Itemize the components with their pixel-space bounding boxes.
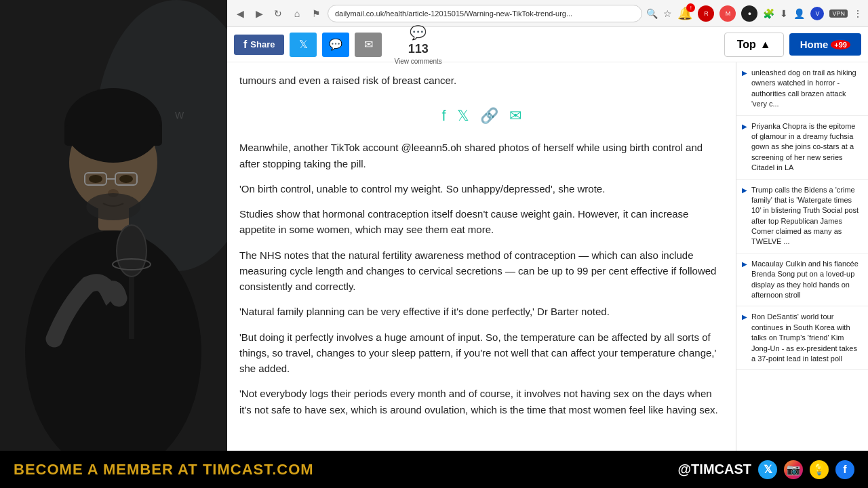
- address-bar[interactable]: dailymail.co.uk/health/article-12015015/…: [328, 5, 642, 22]
- email-icon: ✉: [364, 38, 373, 51]
- back-button[interactable]: ◀: [233, 6, 248, 21]
- article-link-icon[interactable]: 🔗: [480, 104, 498, 127]
- toolbar-extensions: 🔍 ☆ 🔔 ! R M ● 🧩 ⬇ 👤 V VPN ⋮: [646, 5, 863, 22]
- arrow-icon-4: ▶: [742, 313, 747, 321]
- article-blurb: tumours and even a raised risk of breast…: [239, 73, 724, 88]
- facebook-icon: f: [243, 39, 247, 51]
- facebook-icon-bottom: f: [843, 464, 846, 476]
- sidebar-story-text-1: Priyanka Chopra is the epitome of glamou…: [751, 121, 863, 174]
- facebook-share-button[interactable]: f Share: [234, 35, 284, 55]
- puzzle-icon[interactable]: 🧩: [763, 8, 774, 19]
- bottom-bar: BECOME A MEMBER AT TIMCAST.COM @TIMCAST …: [0, 451, 868, 488]
- article-paragraph3: Studies show that hormonal contraception…: [239, 206, 724, 238]
- bookmark-button[interactable]: ⚑: [309, 6, 323, 21]
- refresh-button[interactable]: ↻: [271, 6, 285, 21]
- facebook-social-icon[interactable]: f: [835, 460, 854, 479]
- sidebar-story-4[interactable]: ▶ Ron DeSantis' world tour continues in …: [736, 306, 868, 370]
- home-label: Home: [800, 39, 829, 50]
- sidebar-story-0[interactable]: ▶ unleashed dog on trail as hiking owner…: [736, 62, 868, 116]
- messenger-share-button[interactable]: 💬: [322, 33, 349, 57]
- ext-icon-3[interactable]: ●: [741, 5, 757, 22]
- article-paragraph4: The NHS notes that the natural fertility…: [239, 247, 724, 295]
- sidebar-story-text-3: Macaulay Culkin and his fiancée Brenda S…: [751, 259, 863, 301]
- vpn-badge: VPN: [829, 9, 848, 18]
- notif-icon-1[interactable]: 🔔 !: [677, 6, 692, 21]
- share-bar: f Share 𝕏 💬 ✉ 💬 113 View comments Top ▲ …: [227, 27, 868, 62]
- svg-point-13: [86, 193, 140, 220]
- home-notif-badge: +99: [831, 40, 850, 49]
- sidebar-story-text-0: unleashed dog on trail as hiking owners …: [751, 68, 863, 110]
- svg-point-11: [119, 175, 133, 183]
- twitter-social-icon[interactable]: 𝕏: [758, 460, 777, 479]
- messenger-icon: 💬: [329, 38, 342, 51]
- arrow-icon-3: ▶: [742, 260, 747, 268]
- timcast-url[interactable]: TIMCAST.COM: [203, 461, 314, 478]
- ext-icon-1[interactable]: R: [698, 5, 714, 22]
- article-paragraph2: 'On birth control, unable to control my …: [239, 181, 724, 197]
- instagram-social-icon[interactable]: 📷: [784, 460, 803, 479]
- comment-bubble-icon: 💬: [410, 24, 427, 41]
- timcast-handle: @TIMCAST: [678, 462, 751, 477]
- notif-badge-1: !: [686, 3, 695, 12]
- ext-icon-2[interactable]: M: [719, 5, 736, 22]
- home-article-button[interactable]: Home +99: [789, 33, 861, 56]
- user-icon[interactable]: 👤: [793, 8, 805, 19]
- article-email-icon[interactable]: ✉: [509, 104, 521, 127]
- email-share-button[interactable]: ✉: [355, 33, 382, 57]
- twitter-icon-bottom: 𝕏: [764, 463, 772, 476]
- top-button[interactable]: Top ▲: [724, 33, 784, 57]
- article-tw-icon[interactable]: 𝕏: [457, 104, 469, 127]
- svg-rect-6: [64, 125, 162, 146]
- lightbulb-icon-bottom: 💡: [812, 463, 826, 476]
- arrow-icon-2: ▶: [742, 186, 747, 194]
- instagram-icon-bottom: 📷: [787, 463, 800, 476]
- star-icon[interactable]: ☆: [663, 8, 672, 19]
- article-paragraph5: 'Natural family planning can be very eff…: [239, 304, 724, 319]
- twitter-icon: 𝕏: [299, 38, 308, 51]
- ext-icon-4[interactable]: V: [810, 7, 824, 20]
- browser-toolbar: ◀ ▶ ↻ ⌂ ⚑ dailymail.co.uk/health/article…: [227, 0, 868, 27]
- browser-panel: ◀ ▶ ↻ ⌂ ⚑ dailymail.co.uk/health/article…: [227, 0, 868, 451]
- download-icon[interactable]: ⬇: [780, 8, 788, 19]
- home-nav-button[interactable]: ⌂: [290, 6, 304, 21]
- article-fb-icon[interactable]: f: [441, 104, 446, 127]
- forward-button[interactable]: ▶: [252, 6, 267, 21]
- webcam-background: W: [0, 0, 227, 451]
- lightbulb-social-icon[interactable]: 💡: [810, 460, 829, 479]
- article-paragraph7: 'Not everybody logs their periods every …: [239, 386, 724, 418]
- url-text: dailymail.co.uk/health/article-12015015/…: [335, 9, 572, 18]
- arrow-icon-1: ▶: [742, 123, 747, 130]
- webcam-panel: W: [0, 0, 227, 451]
- article-text-area[interactable]: tumours and even a raised risk of breast…: [227, 62, 736, 451]
- article-paragraph6: 'But doing it perfectly involves a huge …: [239, 329, 724, 377]
- comment-count: 113: [408, 42, 429, 56]
- bottom-right-social: @TIMCAST 𝕏 📷 💡 f: [678, 460, 854, 479]
- sidebar-stories: ▶ unleashed dog on trail as hiking owner…: [736, 62, 868, 451]
- search-icon[interactable]: 🔍: [646, 8, 658, 19]
- svg-point-10: [89, 175, 102, 183]
- sidebar-story-text-2: Trump calls the Bidens a 'crime family' …: [751, 185, 863, 247]
- sidebar-story-3[interactable]: ▶ Macaulay Culkin and his fiancée Brenda…: [736, 253, 868, 307]
- article-paragraph1: Meanwhile, another TikTok account @leean…: [239, 140, 724, 171]
- become-member-text: BECOME A MEMBER AT: [14, 461, 203, 478]
- svg-text:W: W: [175, 110, 184, 121]
- content-wrapper: tumours and even a raised risk of breast…: [227, 62, 868, 451]
- share-label: Share: [250, 39, 275, 49]
- top-arrow-icon: ▲: [760, 39, 771, 51]
- comments-area: 💬 113 View comments: [394, 24, 441, 65]
- top-label: Top: [737, 39, 756, 51]
- sidebar-story-1[interactable]: ▶ Priyanka Chopra is the epitome of glam…: [736, 116, 868, 180]
- article-inline-share: f 𝕏 🔗 ✉: [239, 98, 724, 140]
- menu-icon[interactable]: ⋮: [853, 8, 863, 19]
- bottom-left-branding: BECOME A MEMBER AT TIMCAST.COM: [14, 461, 314, 479]
- arrow-icon-0: ▶: [742, 69, 747, 77]
- sidebar-story-text-4: Ron DeSantis' world tour continues in So…: [751, 312, 863, 364]
- sidebar-story-2[interactable]: ▶ Trump calls the Bidens a 'crime family…: [736, 180, 868, 253]
- twitter-share-button[interactable]: 𝕏: [290, 33, 317, 57]
- webcam-overlay: W: [0, 0, 227, 451]
